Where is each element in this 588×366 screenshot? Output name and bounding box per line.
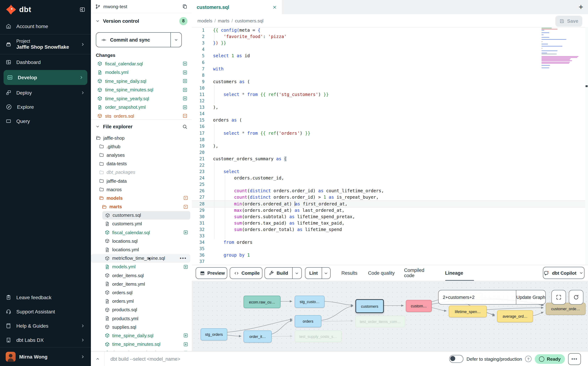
code-line-12[interactable]: 12 xyxy=(192,98,588,104)
lint-button[interactable]: Lint xyxy=(305,267,331,279)
code-line-5[interactable]: 5select 1 as id xyxy=(192,53,588,59)
stage-change-icon[interactable] xyxy=(183,230,188,235)
tree-item-order-items-yml[interactable]: order_items.yml xyxy=(91,280,192,288)
tree-item-metricflow-time-spine-sql[interactable]: metricflow_time_spine.sql••• xyxy=(91,254,190,262)
compile-button[interactable]: Compile xyxy=(230,267,262,279)
sidebar-item-account-home[interactable]: Account home xyxy=(0,19,91,33)
lineage-graph[interactable]: ecom.raw_cu…stg_custo…customersordersstg… xyxy=(192,281,588,351)
stage-change-icon[interactable] xyxy=(183,333,188,338)
tree-item-orders-yml[interactable]: orders.yml xyxy=(91,297,192,305)
code-line-30[interactable]: 30 sum(orders.subtotal) as lifetime_spen… xyxy=(192,214,588,220)
file-explorer-header[interactable]: File explorer xyxy=(91,121,192,132)
code-line-1[interactable]: 1{{ config(meta = { xyxy=(192,27,588,33)
lineage-node-stg-customers[interactable]: stg_custo… xyxy=(295,296,325,308)
code-line-17[interactable]: 17 select * from {{ ref('orders') }} xyxy=(192,130,588,136)
sidebar-item-develop[interactable]: Develop xyxy=(4,70,87,85)
version-control-header[interactable]: Version control 8 xyxy=(91,16,192,26)
tree-item-time-spine-daily-sql[interactable]: time_spine_daily.sql xyxy=(91,331,192,340)
sidebar-item-help-guides[interactable]: Help & Guides xyxy=(0,319,91,333)
build-button[interactable]: Build xyxy=(265,267,302,279)
lineage-node-customers[interactable]: customers xyxy=(355,299,384,313)
code-line-27[interactable]: 27 count(distinct orders.order_id) > 1 a… xyxy=(192,194,588,201)
tree-item-time-spine-yearly-sql[interactable]: time_spine_yearly.sql xyxy=(91,348,192,351)
new-tab-button[interactable]: + xyxy=(574,0,588,14)
tree-item-supplies-sql[interactable]: supplies.sql xyxy=(91,323,192,331)
code-line-18[interactable]: 18 xyxy=(192,136,588,143)
lineage-node-lifetime-spend[interactable]: lifetime_spen… xyxy=(449,305,487,317)
code-line-29[interactable]: 29 max(orders.ordered_at) as last_ordere… xyxy=(192,207,588,214)
code-line-23[interactable]: 23 select xyxy=(192,168,588,175)
code-line-11[interactable]: 11 select * from {{ ref('stg_customers')… xyxy=(192,91,588,98)
lineage-node-customers-removed[interactable]: custom… xyxy=(406,300,432,312)
code-line-36[interactable]: 36 group by 1 xyxy=(192,252,588,259)
breadcrumb-segment[interactable]: customers.sql xyxy=(235,18,263,23)
stage-change-icon[interactable] xyxy=(183,70,187,75)
help-icon[interactable]: ? xyxy=(525,356,532,362)
code-line-33[interactable]: 33 xyxy=(192,233,588,239)
tab-customers-sql[interactable]: customers.sql xyxy=(192,0,282,14)
item-menu-button[interactable]: ••• xyxy=(180,255,187,261)
tree-item-macros[interactable]: macros xyxy=(91,185,192,194)
dbt-copilot-button[interactable]: dbt Copilot xyxy=(543,267,584,279)
more-options-button[interactable]: ••• xyxy=(568,353,581,365)
stage-change-icon[interactable] xyxy=(183,96,187,101)
fullscreen-button[interactable] xyxy=(551,290,566,305)
sidebar-item-project[interactable]: ProjectJaffle Shop Snowflake xyxy=(0,35,91,53)
code-line-32[interactable]: 32 sum(orders.order_total) as lifetime_s… xyxy=(192,226,588,233)
code-line-8[interactable]: 8 xyxy=(192,72,588,78)
lineage-node-customer-orders[interactable]: customer_orde… xyxy=(546,303,586,315)
code-line-20[interactable]: 20 xyxy=(192,149,588,156)
change-item[interactable]: time_spine_minutes.sql xyxy=(91,85,192,94)
user-menu[interactable]: Mirna Wong xyxy=(0,347,91,366)
tree-item-marts[interactable]: marts xyxy=(91,202,192,211)
search-icon[interactable] xyxy=(182,124,187,129)
code-line-2[interactable]: 2 'favorite_food': 'pizza' xyxy=(192,33,588,40)
tree-item-products-yml[interactable]: products.yml xyxy=(91,314,192,323)
change-item[interactable]: fiscal_calendar.sql xyxy=(91,59,192,68)
code-line-24[interactable]: 24 orders.customer_id, xyxy=(192,175,588,181)
lineage-node-order-items[interactable]: order_it… xyxy=(244,330,272,343)
stage-change-icon[interactable] xyxy=(183,79,187,84)
code-line-31[interactable]: 31 sum(orders.tax_paid) as lifetime_tax_… xyxy=(192,220,588,226)
code-line-9[interactable]: 9customers as ( xyxy=(192,78,588,85)
commit-dropdown-toggle[interactable] xyxy=(171,33,181,47)
code-line-35[interactable]: 35 xyxy=(192,245,588,252)
code-line-3[interactable]: 3}) }} xyxy=(192,40,588,46)
lineage-node-orders[interactable]: orders xyxy=(295,315,321,327)
code-line-10[interactable]: 10 xyxy=(192,85,588,91)
lineage-node-test-supply-costs[interactable]: test_supply_costs_s… xyxy=(295,330,342,342)
sidebar-item-dashboard[interactable]: Dashboard xyxy=(0,55,91,69)
unstage-change-icon[interactable] xyxy=(183,114,187,118)
minimap[interactable] xyxy=(542,28,583,70)
update-graph-button[interactable]: Update Graph xyxy=(516,290,545,304)
lineage-node-stg-orders[interactable]: stg_orders xyxy=(201,328,227,340)
breadcrumb-segment[interactable]: models xyxy=(197,18,212,23)
editor-scrollbar[interactable] xyxy=(585,27,588,265)
code-editor[interactable]: 1{{ config(meta = {2 'favorite_food': 'p… xyxy=(192,27,588,265)
tree-item-orders-sql[interactable]: orders.sql xyxy=(91,288,192,297)
preview-button[interactable]: Preview xyxy=(196,267,227,279)
tab-code-quality[interactable]: Code quality xyxy=(367,265,395,281)
code-line-4[interactable]: 4 xyxy=(192,46,588,53)
breadcrumb-segment[interactable]: marts xyxy=(218,18,229,23)
tree-item-locations-sql[interactable]: locations.sql xyxy=(91,237,192,245)
tree-item-fiscal-calendar-sql[interactable]: fiscal_calendar.sql xyxy=(91,228,192,237)
sidebar-item-query[interactable]: Query xyxy=(0,114,91,128)
close-icon[interactable] xyxy=(272,5,277,9)
tree-item-time-spine-minutes-sql[interactable]: time_spine_minutes.sql xyxy=(91,340,192,348)
save-button[interactable]: Save xyxy=(555,16,582,27)
build-dropdown-toggle[interactable] xyxy=(292,267,301,279)
sidebar-item-support-assistant[interactable]: Support Assistant xyxy=(0,305,91,319)
copy-icon[interactable] xyxy=(182,4,187,9)
code-line-7[interactable]: 7with xyxy=(192,66,588,72)
tab-lineage[interactable]: Lineage xyxy=(440,265,468,281)
stage-change-icon[interactable] xyxy=(183,61,187,66)
code-line-13[interactable]: 13), xyxy=(192,104,588,111)
sidebar-item-leave-feedback[interactable]: Leave feedback xyxy=(0,290,91,305)
lineage-node-average-order[interactable]: average_ord… xyxy=(497,310,533,322)
stage-change-icon[interactable] xyxy=(183,87,187,92)
stage-change-icon[interactable] xyxy=(183,264,188,269)
sidebar-item-explore[interactable]: Explore xyxy=(0,100,91,114)
tree-item-order-items-sql[interactable]: order_items.sql xyxy=(91,271,192,280)
tree-item-analyses[interactable]: analyses xyxy=(91,151,192,159)
